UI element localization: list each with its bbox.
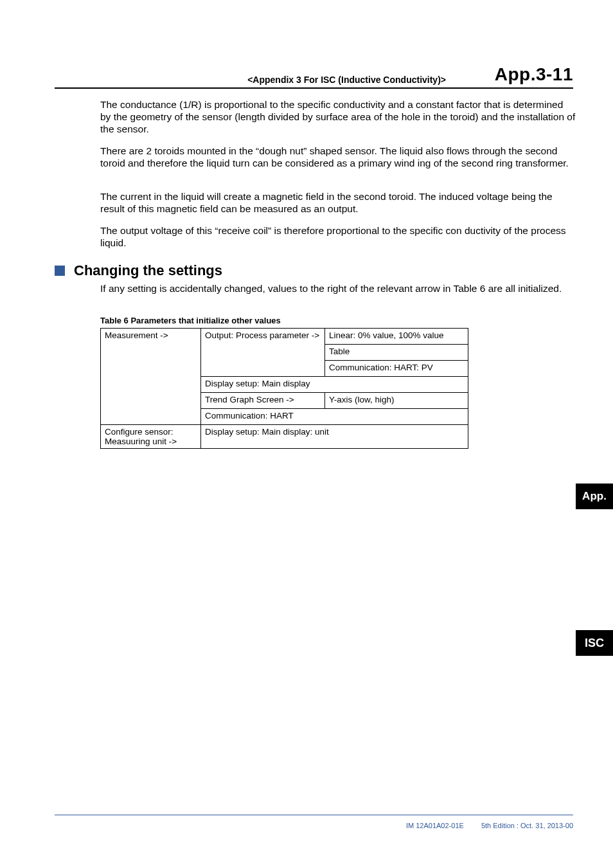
- footer-rule: [55, 815, 573, 815]
- parameters-table: Measurement -> Output: Process parameter…: [100, 328, 468, 449]
- table-cell: Linear: 0% value, 100% value: [325, 329, 468, 345]
- table-cell: Trend Graph Screen ->: [201, 393, 325, 409]
- header-rule: [55, 87, 573, 89]
- table-row: Configure sensor: Measuuring unit -> Dis…: [101, 425, 468, 449]
- paragraph: The conductance (1/R) is proportional to…: [100, 99, 576, 136]
- section-heading-text: Changing the settings: [74, 262, 222, 279]
- page: <Appendix 3 For ISC (Inductive Conductiv…: [0, 0, 613, 868]
- table-cell: Display setup: Main display: [201, 377, 468, 393]
- side-tab-app: App.: [576, 484, 613, 509]
- running-head-page: App.3-11: [495, 64, 573, 85]
- footer-edition: 5th Edition : Oct. 31, 2013-00: [481, 822, 573, 829]
- table-cell: Y-axis (low, high): [325, 393, 468, 409]
- section-heading: Changing the settings: [55, 262, 222, 279]
- running-head-chapter: <Appendix 3 For ISC (Inductive Conductiv…: [247, 75, 446, 85]
- table-cell: Measurement ->: [101, 329, 201, 425]
- side-tab-isc: ISC: [576, 630, 613, 656]
- paragraph: There are 2 toroids mounted in the “doug…: [100, 145, 576, 170]
- table-cell: Output: Process parameter ->: [201, 329, 325, 377]
- paragraph: If any setting is accidentally changed, …: [100, 283, 576, 295]
- table-row: Measurement -> Output: Process parameter…: [101, 329, 468, 345]
- footer-doc-id: IM 12A01A02-01E: [406, 822, 464, 829]
- table-caption: Table 6 Parameters that initialize other…: [100, 316, 281, 325]
- paragraph: The output voltage of this “receive coil…: [100, 225, 576, 249]
- table-cell: Communication: HART: [201, 409, 468, 425]
- table-cell: Configure sensor: Measuuring unit ->: [101, 425, 201, 449]
- table-cell: Communication: HART: PV: [325, 361, 468, 377]
- footer-text: IM 12A01A02-01E 5th Edition : Oct. 31, 2…: [406, 822, 573, 829]
- paragraph: The current in the liquid will create a …: [100, 191, 576, 215]
- table-cell: Table: [325, 345, 468, 361]
- table-cell: Display setup: Main display: unit: [201, 425, 468, 449]
- square-bullet-icon: [55, 266, 65, 276]
